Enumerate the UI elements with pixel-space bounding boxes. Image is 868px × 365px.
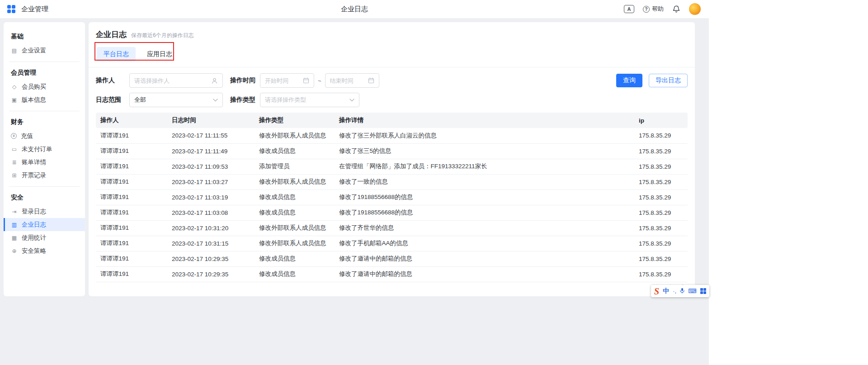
divider — [9, 62, 80, 62]
invoice-icon: ⊞ — [11, 172, 18, 179]
cell-time: 2023-02-17 10:31:15 — [167, 236, 255, 251]
cell-time: 2023-02-17 11:03:19 — [167, 190, 255, 205]
cell-type: 修改成员信息 — [255, 205, 335, 220]
header-operator: 操作人 — [96, 113, 167, 128]
cell-operator: 谭谭谭191 — [96, 143, 167, 159]
cell-operator: 谭谭谭191 — [96, 251, 167, 266]
sidebar-item-version-info[interactable]: ▣ 版本信息 — [4, 93, 85, 106]
sidebar-item-invoice-records[interactable]: ⊞ 开票记录 — [4, 169, 85, 182]
apps-grid-icon[interactable] — [7, 5, 15, 13]
cell-ip: 175.8.35.29 — [634, 236, 688, 251]
cell-type: 修改成员信息 — [255, 266, 335, 282]
operator-input[interactable] — [129, 73, 223, 88]
sidebar-section-membership: 会员管理 — [4, 65, 85, 80]
cell-detail: 修改了张三5的信息 — [335, 143, 634, 159]
table-row: 谭谭谭191 2023-02-17 10:29:35 修改成员信息 修改了邀请中… — [96, 251, 688, 266]
cell-detail: 修改了齐世华的信息 — [335, 220, 634, 236]
calendar-icon — [368, 77, 374, 84]
ime-mic-icon[interactable] — [680, 288, 684, 294]
cell-time: 2023-02-17 11:03:27 — [167, 174, 255, 190]
chevron-down-icon — [349, 99, 354, 102]
avatar[interactable] — [689, 3, 701, 15]
sogou-logo-icon[interactable]: S — [654, 287, 659, 296]
table-row: 谭谭谭191 2023-02-17 11:03:27 修改外部联系人成员信息 修… — [96, 174, 688, 190]
sidebar-item-usage-statistics[interactable]: ▦ 使用统计 — [4, 231, 85, 244]
start-time-input[interactable] — [260, 73, 314, 88]
cell-type: 修改成员信息 — [255, 251, 335, 266]
cell-type: 修改成员信息 — [255, 143, 335, 159]
sidebar: 基础 ▤ 企业设置 会员管理 ◇ 会员购买 ▣ 版本信息 财务 ¥ 充值 ▭ 未… — [4, 22, 85, 296]
cell-ip: 175.8.35.29 — [634, 251, 688, 266]
operator-input-field[interactable] — [134, 77, 211, 84]
end-time-field[interactable] — [330, 77, 368, 84]
cell-operator: 谭谭谭191 — [96, 190, 167, 205]
log-range-select[interactable]: 全部 — [129, 93, 223, 107]
operator-label: 操作人 — [96, 76, 129, 85]
sidebar-item-login-logs[interactable]: ⇥ 登录日志 — [4, 205, 85, 218]
tab-app-logs[interactable]: 应用日志 — [140, 47, 179, 62]
cell-detail: 修改了手机邮箱AA的信息 — [335, 236, 634, 251]
tilde-separator: ~ — [318, 77, 321, 84]
sidebar-item-security-policy[interactable]: ⊕ 安全策略 — [4, 244, 85, 257]
calendar-icon — [303, 77, 309, 84]
start-time-field[interactable] — [265, 77, 303, 84]
cell-time: 2023-02-17 11:11:55 — [167, 128, 255, 143]
sidebar-item-bill-details[interactable]: ≣ 账单详情 — [4, 156, 85, 169]
header-ip: ip — [634, 113, 688, 128]
cell-operator: 谭谭谭191 — [96, 159, 167, 174]
cell-operator: 谭谭谭191 — [96, 205, 167, 220]
table-row: 谭谭谭191 2023-02-17 10:31:20 修改外部联系人成员信息 修… — [96, 220, 688, 236]
ime-keyboard-icon[interactable]: ⌨ — [688, 288, 697, 294]
end-time-input[interactable] — [325, 73, 379, 88]
sidebar-section-security: 安全 — [4, 190, 85, 205]
tab-platform-logs[interactable]: 平台日志 — [97, 47, 136, 62]
cell-ip: 175.8.35.29 — [634, 220, 688, 236]
cell-detail: 修改了19188556688的信息 — [335, 190, 634, 205]
ime-language-mode[interactable]: 中 — [663, 287, 669, 295]
help-button[interactable]: ? 帮助 — [643, 5, 664, 13]
cell-time: 2023-02-17 11:03:08 — [167, 205, 255, 220]
notification-bell-icon[interactable] — [672, 5, 680, 13]
ime-toolbox-icon[interactable] — [700, 288, 706, 294]
sidebar-item-member-purchase[interactable]: ◇ 会员购买 — [4, 80, 85, 93]
table-row: 谭谭谭191 2023-02-17 11:11:49 修改成员信息 修改了张三5… — [96, 143, 688, 159]
page-center-title: 企业日志 — [0, 5, 709, 14]
cell-type: 修改外部联系人成员信息 — [255, 128, 335, 143]
export-logs-button[interactable]: 导出日志 — [649, 74, 688, 87]
cell-detail: 修改了张三外部联系人白淑云的信息 — [335, 128, 634, 143]
page-subtitle: 保存最近6个月的操作日志 — [131, 32, 194, 39]
log-book-icon: ▥ — [11, 222, 18, 228]
ime-punctuation-icon[interactable]: ·, — [673, 288, 676, 294]
operation-type-label: 操作类型 — [230, 96, 260, 104]
sidebar-item-enterprise-logs[interactable]: ▥ 企业日志 — [4, 218, 85, 231]
diamond-icon: ◇ — [11, 84, 18, 90]
time-label: 操作时间 — [230, 76, 260, 85]
header-operation-type: 操作类型 — [255, 113, 335, 128]
chevron-down-icon — [213, 99, 218, 102]
file-icon: ▤ — [11, 47, 18, 54]
cell-ip: 175.8.35.29 — [634, 190, 688, 205]
translate-icon[interactable]: A — [624, 5, 634, 13]
table-row: 谭谭谭191 2023-02-17 11:09:53 添加管理员 在管理组「网络… — [96, 159, 688, 174]
question-icon: ? — [643, 6, 650, 13]
filter-form: 操作人 操作时间 — [96, 73, 688, 107]
sidebar-item-unpaid-orders[interactable]: ▭ 未支付订单 — [4, 142, 85, 156]
sidebar-item-enterprise-settings[interactable]: ▤ 企业设置 — [4, 44, 85, 57]
cell-time: 2023-02-17 11:09:53 — [167, 159, 255, 174]
cell-time: 2023-02-17 10:31:20 — [167, 220, 255, 236]
cell-detail: 修改了19188556688的信息 — [335, 205, 634, 220]
login-icon: ⇥ — [11, 209, 18, 215]
cell-type: 修改外部联系人成员信息 — [255, 220, 335, 236]
sidebar-item-recharge[interactable]: ¥ 充值 — [4, 129, 85, 142]
header-log-time: 日志时间 — [167, 113, 255, 128]
cell-detail: 修改了一致的信息 — [335, 174, 634, 190]
operation-type-select[interactable]: 请选择操作类型 — [260, 93, 359, 107]
top-header: 企业日志 企业管理 A ? 帮助 — [0, 0, 709, 19]
query-button[interactable]: 查询 — [616, 74, 642, 87]
sidebar-section-finance: 财务 — [4, 114, 85, 129]
cell-ip: 175.8.35.29 — [634, 205, 688, 220]
table-row: 谭谭谭191 2023-02-17 10:29:35 修改成员信息 修改了邀请中… — [96, 266, 688, 282]
table-row: 谭谭谭191 2023-02-17 10:31:15 修改外部联系人成员信息 修… — [96, 236, 688, 251]
cell-detail: 修改了邀请中的邮箱的信息 — [335, 266, 634, 282]
table-row: 谭谭谭191 2023-02-17 11:11:55 修改外部联系人成员信息 修… — [96, 128, 688, 143]
